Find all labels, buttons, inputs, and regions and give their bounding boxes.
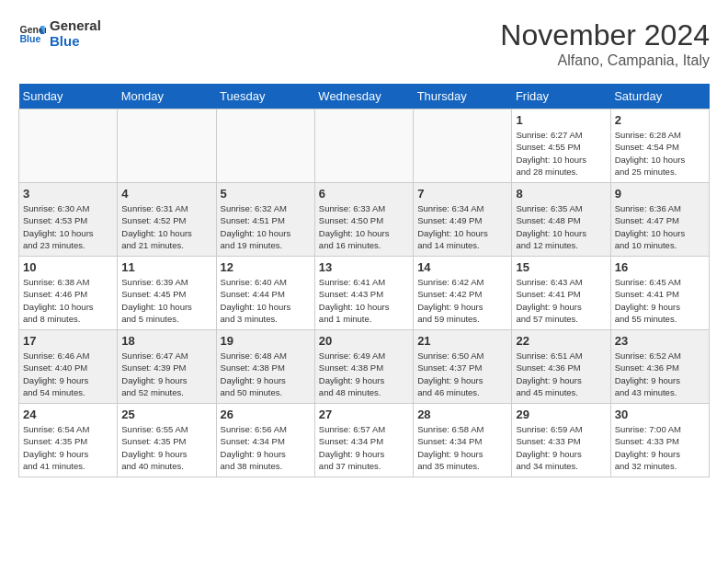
day-number: 26 xyxy=(221,408,311,421)
logo: General Blue General Blue xyxy=(18,18,101,49)
calendar-cell xyxy=(414,109,512,183)
calendar-cell: 25Sunrise: 6:55 AM Sunset: 4:35 PM Dayli… xyxy=(118,404,216,477)
day-info: Sunrise: 6:40 AM Sunset: 4:44 PM Dayligh… xyxy=(221,276,311,325)
day-info: Sunrise: 6:33 AM Sunset: 4:50 PM Dayligh… xyxy=(319,202,409,251)
calendar-cell: 9Sunrise: 6:36 AM Sunset: 4:47 PM Daylig… xyxy=(610,183,709,257)
day-number: 17 xyxy=(23,334,113,348)
calendar-week-3: 10Sunrise: 6:38 AM Sunset: 4:46 PM Dayli… xyxy=(19,257,710,330)
day-info: Sunrise: 6:39 AM Sunset: 4:45 PM Dayligh… xyxy=(121,276,211,325)
day-number: 23 xyxy=(615,334,705,348)
day-number: 3 xyxy=(23,187,113,201)
title-area: November 2024 Alfano, Campania, Italy xyxy=(500,18,710,69)
day-number: 14 xyxy=(417,260,507,274)
calendar-cell: 3Sunrise: 6:30 AM Sunset: 4:53 PM Daylig… xyxy=(19,183,118,257)
day-number: 10 xyxy=(23,260,113,274)
day-number: 12 xyxy=(221,260,311,274)
calendar-cell: 5Sunrise: 6:32 AM Sunset: 4:51 PM Daylig… xyxy=(216,183,314,257)
day-number: 9 xyxy=(615,187,705,201)
day-info: Sunrise: 6:48 AM Sunset: 4:38 PM Dayligh… xyxy=(221,350,311,398)
day-info: Sunrise: 6:38 AM Sunset: 4:46 PM Dayligh… xyxy=(23,276,113,325)
day-info: Sunrise: 6:54 AM Sunset: 4:35 PM Dayligh… xyxy=(23,423,113,472)
day-info: Sunrise: 6:36 AM Sunset: 4:47 PM Dayligh… xyxy=(615,202,705,251)
calendar-cell: 21Sunrise: 6:50 AM Sunset: 4:37 PM Dayli… xyxy=(414,330,512,404)
calendar-cell: 17Sunrise: 6:46 AM Sunset: 4:40 PM Dayli… xyxy=(19,330,118,404)
day-info: Sunrise: 6:58 AM Sunset: 4:34 PM Dayligh… xyxy=(417,423,507,472)
calendar-cell: 4Sunrise: 6:31 AM Sunset: 4:52 PM Daylig… xyxy=(118,183,216,257)
calendar-cell: 8Sunrise: 6:35 AM Sunset: 4:48 PM Daylig… xyxy=(512,183,610,257)
calendar-cell: 12Sunrise: 6:40 AM Sunset: 4:44 PM Dayli… xyxy=(216,257,314,330)
day-number: 27 xyxy=(319,408,409,421)
header-monday: Monday xyxy=(118,84,216,109)
calendar-cell xyxy=(314,109,413,183)
day-number: 4 xyxy=(121,187,211,201)
calendar-week-4: 17Sunrise: 6:46 AM Sunset: 4:40 PM Dayli… xyxy=(19,330,710,404)
day-number: 19 xyxy=(221,334,311,348)
calendar-cell: 28Sunrise: 6:58 AM Sunset: 4:34 PM Dayli… xyxy=(414,404,512,477)
calendar-cell: 29Sunrise: 6:59 AM Sunset: 4:33 PM Dayli… xyxy=(512,404,610,477)
day-number: 30 xyxy=(615,408,705,421)
day-info: Sunrise: 6:52 AM Sunset: 4:36 PM Dayligh… xyxy=(615,350,705,398)
header-wednesday: Wednesday xyxy=(314,84,413,109)
calendar-cell: 1Sunrise: 6:27 AM Sunset: 4:55 PM Daylig… xyxy=(512,109,610,183)
calendar-cell: 24Sunrise: 6:54 AM Sunset: 4:35 PM Dayli… xyxy=(19,404,118,477)
day-info: Sunrise: 6:28 AM Sunset: 4:54 PM Dayligh… xyxy=(615,129,705,178)
day-info: Sunrise: 6:30 AM Sunset: 4:53 PM Dayligh… xyxy=(23,202,113,251)
calendar-week-5: 24Sunrise: 6:54 AM Sunset: 4:35 PM Dayli… xyxy=(19,404,710,477)
day-number: 20 xyxy=(319,334,409,348)
calendar-cell: 30Sunrise: 7:00 AM Sunset: 4:33 PM Dayli… xyxy=(610,404,709,477)
calendar-cell: 19Sunrise: 6:48 AM Sunset: 4:38 PM Dayli… xyxy=(216,330,314,404)
calendar-cell: 6Sunrise: 6:33 AM Sunset: 4:50 PM Daylig… xyxy=(314,183,413,257)
day-info: Sunrise: 6:34 AM Sunset: 4:49 PM Dayligh… xyxy=(417,202,507,251)
day-number: 2 xyxy=(615,113,705,127)
day-number: 25 xyxy=(121,408,211,421)
calendar-cell: 11Sunrise: 6:39 AM Sunset: 4:45 PM Dayli… xyxy=(118,257,216,330)
calendar-cell: 27Sunrise: 6:57 AM Sunset: 4:34 PM Dayli… xyxy=(314,404,413,477)
header-saturday: Saturday xyxy=(610,84,709,109)
header-sunday: Sunday xyxy=(19,84,118,109)
calendar-cell: 14Sunrise: 6:42 AM Sunset: 4:42 PM Dayli… xyxy=(414,257,512,330)
header-row: Sunday Monday Tuesday Wednesday Thursday… xyxy=(19,84,710,109)
calendar-cell: 10Sunrise: 6:38 AM Sunset: 4:46 PM Dayli… xyxy=(19,257,118,330)
calendar-cell: 18Sunrise: 6:47 AM Sunset: 4:39 PM Dayli… xyxy=(118,330,216,404)
day-info: Sunrise: 6:32 AM Sunset: 4:51 PM Dayligh… xyxy=(221,202,311,251)
logo-icon: General Blue xyxy=(18,20,46,48)
day-number: 21 xyxy=(417,334,507,348)
day-number: 22 xyxy=(516,334,606,348)
calendar-cell: 7Sunrise: 6:34 AM Sunset: 4:49 PM Daylig… xyxy=(414,183,512,257)
day-number: 18 xyxy=(121,334,211,348)
calendar-cell xyxy=(118,109,216,183)
day-info: Sunrise: 6:51 AM Sunset: 4:36 PM Dayligh… xyxy=(516,350,606,398)
day-info: Sunrise: 6:47 AM Sunset: 4:39 PM Dayligh… xyxy=(121,350,211,398)
day-number: 13 xyxy=(319,260,409,274)
day-number: 8 xyxy=(516,187,606,201)
calendar-cell xyxy=(216,109,314,183)
calendar-cell xyxy=(19,109,118,183)
day-info: Sunrise: 6:45 AM Sunset: 4:41 PM Dayligh… xyxy=(615,276,705,325)
day-number: 5 xyxy=(221,187,311,201)
day-info: Sunrise: 6:43 AM Sunset: 4:41 PM Dayligh… xyxy=(516,276,606,325)
day-info: Sunrise: 6:55 AM Sunset: 4:35 PM Dayligh… xyxy=(121,423,211,472)
day-number: 16 xyxy=(615,260,705,274)
day-info: Sunrise: 6:35 AM Sunset: 4:48 PM Dayligh… xyxy=(516,202,606,251)
day-info: Sunrise: 6:31 AM Sunset: 4:52 PM Dayligh… xyxy=(121,202,211,251)
day-info: Sunrise: 6:27 AM Sunset: 4:55 PM Dayligh… xyxy=(516,129,606,178)
day-number: 28 xyxy=(417,408,507,421)
calendar-table: Sunday Monday Tuesday Wednesday Thursday… xyxy=(18,84,710,477)
header: General Blue General Blue November 2024 … xyxy=(18,18,710,69)
day-number: 6 xyxy=(319,187,409,201)
calendar-cell: 26Sunrise: 6:56 AM Sunset: 4:34 PM Dayli… xyxy=(216,404,314,477)
calendar-cell: 20Sunrise: 6:49 AM Sunset: 4:38 PM Dayli… xyxy=(314,330,413,404)
day-number: 1 xyxy=(516,113,606,127)
calendar-title: November 2024 xyxy=(500,18,710,52)
day-info: Sunrise: 6:57 AM Sunset: 4:34 PM Dayligh… xyxy=(319,423,409,472)
calendar-cell: 22Sunrise: 6:51 AM Sunset: 4:36 PM Dayli… xyxy=(512,330,610,404)
header-friday: Friday xyxy=(512,84,610,109)
calendar-cell: 15Sunrise: 6:43 AM Sunset: 4:41 PM Dayli… xyxy=(512,257,610,330)
day-number: 7 xyxy=(417,187,507,201)
calendar-cell: 23Sunrise: 6:52 AM Sunset: 4:36 PM Dayli… xyxy=(610,330,709,404)
day-info: Sunrise: 6:42 AM Sunset: 4:42 PM Dayligh… xyxy=(417,276,507,325)
header-tuesday: Tuesday xyxy=(216,84,314,109)
day-info: Sunrise: 6:50 AM Sunset: 4:37 PM Dayligh… xyxy=(417,350,507,398)
calendar-cell: 2Sunrise: 6:28 AM Sunset: 4:54 PM Daylig… xyxy=(610,109,709,183)
calendar-cell: 13Sunrise: 6:41 AM Sunset: 4:43 PM Dayli… xyxy=(314,257,413,330)
